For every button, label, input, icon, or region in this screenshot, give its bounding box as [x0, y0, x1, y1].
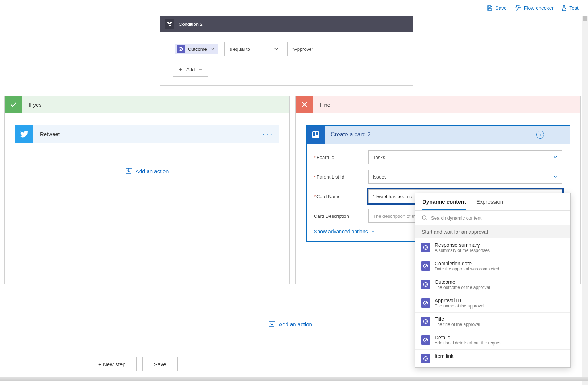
condition-title: Condition 2: [179, 21, 203, 27]
window-bottom-edge: [0, 377, 588, 381]
dynamic-content-item[interactable]: Response summary A summary of the respon…: [415, 238, 570, 257]
dynamic-content-item[interactable]: Completion date Date the approval was co…: [415, 257, 570, 275]
chip-label: Outcome: [188, 46, 207, 52]
chip-remove[interactable]: ×: [211, 46, 214, 52]
chevron-down-icon: [274, 47, 278, 51]
if-no-label: If no: [320, 102, 330, 108]
condition-value-input[interactable]: "Approve": [287, 42, 349, 56]
chevron-down-icon: [198, 67, 203, 72]
insert-step-icon: [125, 168, 132, 174]
svg-point-12: [424, 338, 428, 342]
dynamic-content-item[interactable]: Approval ID The name of the approval: [415, 294, 570, 313]
save-icon: [487, 5, 493, 11]
approval-icon: [421, 354, 430, 363]
card-desc-placeholder: The description of the: [373, 213, 418, 219]
item-title: Details: [435, 335, 502, 340]
approval-icon: [421, 243, 430, 252]
plus-icon: [178, 67, 183, 72]
add-action-yes[interactable]: Add an action: [15, 168, 279, 174]
close-icon: [296, 96, 313, 113]
board-id-value: Tasks: [373, 155, 385, 160]
approval-icon: [177, 45, 185, 53]
save-label: Save: [495, 5, 507, 11]
parent-list-select[interactable]: Issues: [368, 170, 562, 184]
add-action-label: Add an action: [136, 168, 169, 174]
chevron-down-icon: [553, 155, 558, 159]
dynamic-content-item[interactable]: Details Additional details about the req…: [415, 331, 570, 350]
item-title: Response summary: [435, 242, 490, 248]
item-subtitle: Additional details about the request: [435, 340, 502, 346]
vertical-scrollbar[interactable]: [582, 16, 588, 385]
dynamic-content-item[interactable]: Outcome The outcome of the approval: [415, 275, 570, 294]
dynamic-tabs: Dynamic content Expression: [415, 193, 570, 211]
search-icon: [422, 215, 427, 221]
dynamic-search-input[interactable]: Search dynamic content: [415, 211, 570, 225]
flow-checker-label: Flow checker: [524, 5, 554, 11]
condition-left-operand[interactable]: Outcome ×: [173, 42, 219, 56]
test-button[interactable]: Test: [562, 5, 579, 11]
approval-icon: [421, 261, 430, 271]
new-step-button[interactable]: + New step: [87, 357, 137, 371]
test-icon: [562, 5, 567, 11]
outcome-chip[interactable]: Outcome ×: [175, 44, 218, 54]
approval-icon: [421, 317, 430, 326]
save-button[interactable]: Save: [487, 5, 507, 11]
svg-point-11: [424, 320, 428, 324]
item-subtitle: The outcome of the approval: [435, 285, 490, 290]
dynamic-group-title: Start and wait for an approval: [415, 225, 570, 238]
chevron-down-icon: [553, 175, 558, 179]
condition-body: Outcome × is equal to "Approve" Add: [160, 32, 413, 85]
condition-operator-select[interactable]: is equal to: [224, 42, 282, 56]
item-title: Item link: [435, 353, 454, 359]
approval-icon: [421, 298, 430, 308]
svg-point-10: [424, 301, 428, 305]
test-label: Test: [569, 5, 579, 11]
if-yes-label: If yes: [29, 102, 42, 108]
svg-point-13: [424, 357, 428, 361]
check-icon: [5, 96, 22, 113]
svg-point-8: [424, 264, 428, 268]
board-id-select[interactable]: Tasks: [368, 150, 562, 164]
condition-header[interactable]: Condition 2: [160, 16, 413, 32]
operator-value: is equal to: [228, 46, 250, 52]
card-desc-label: Card Description: [314, 213, 368, 219]
action-menu[interactable]: · · ·: [257, 131, 279, 137]
card-name-label: *Card Name: [314, 194, 368, 199]
parent-list-label: *Parent List Id: [314, 174, 368, 180]
item-title: Outcome: [435, 279, 490, 285]
scrollbar-thumb[interactable]: [583, 16, 587, 21]
condition-icon: [165, 19, 174, 29]
item-subtitle: The title of the approval: [435, 322, 480, 327]
item-subtitle: Date the approval was completed: [435, 266, 499, 271]
parent-list-value: Issues: [373, 174, 387, 180]
board-id-label: *Board Id: [314, 155, 368, 160]
dynamic-items-list: Response summary A summary of the respon…: [415, 238, 570, 367]
card-menu[interactable]: · · ·: [550, 132, 564, 138]
condition-card[interactable]: Condition 2 Outcome × is equal to: [160, 16, 413, 86]
info-icon[interactable]: i: [536, 131, 544, 139]
dynamic-content-item[interactable]: Title The title of the approval: [415, 313, 570, 331]
if-yes-branch: If yes Retweet · · · Add an action: [4, 96, 290, 284]
approval-icon: [421, 335, 430, 345]
approval-icon: [421, 280, 430, 289]
if-yes-header: If yes: [5, 96, 289, 113]
svg-point-7: [424, 246, 428, 250]
dynamic-content-item[interactable]: Item link: [415, 350, 570, 367]
dynamic-content-panel: Dynamic content Expression Search dynami…: [415, 193, 571, 368]
search-placeholder: Search dynamic content: [431, 215, 481, 221]
if-no-header: If no: [296, 96, 580, 113]
tab-dynamic-content[interactable]: Dynamic content: [422, 199, 466, 210]
save-flow-button[interactable]: Save: [142, 357, 177, 371]
retweet-action-card[interactable]: Retweet · · ·: [15, 125, 279, 143]
top-toolbar: Save Flow checker Test: [0, 0, 588, 16]
insert-step-icon: [269, 321, 275, 327]
create-card-header[interactable]: Create a card 2 i · · ·: [307, 126, 570, 144]
svg-rect-4: [313, 132, 315, 136]
item-subtitle: A summary of the responses: [435, 248, 490, 253]
svg-point-9: [424, 283, 428, 287]
create-card-title: Create a card 2: [331, 131, 530, 138]
flow-checker-button[interactable]: Flow checker: [515, 5, 554, 11]
tab-expression[interactable]: Expression: [476, 199, 503, 210]
item-title: Approval ID: [435, 298, 484, 303]
add-condition-button[interactable]: Add: [173, 62, 208, 77]
